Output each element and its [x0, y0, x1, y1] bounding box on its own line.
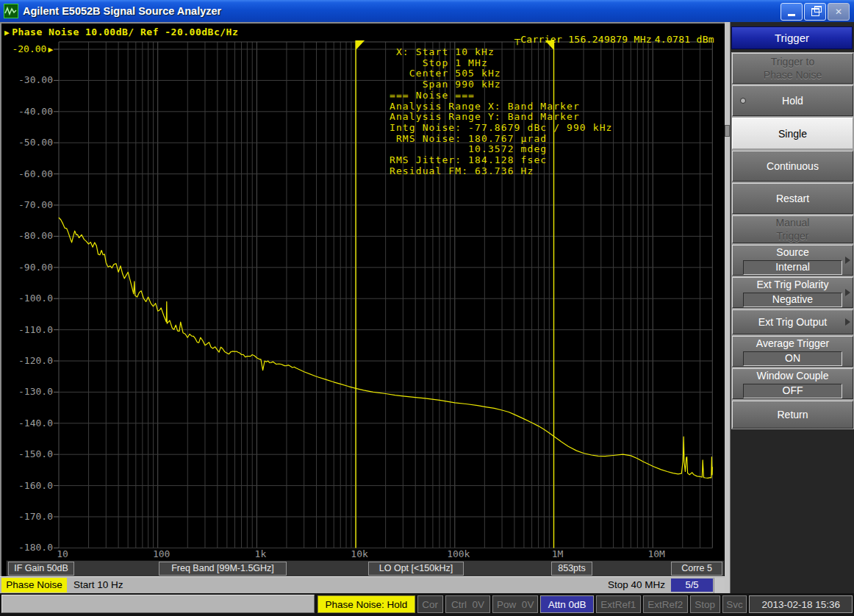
- softkey-return[interactable]: Return: [732, 401, 853, 429]
- y-axis-label: -30.00: [4, 74, 53, 85]
- y-axis-label: -70.00: [4, 199, 53, 210]
- active-trace-chip[interactable]: Phase Noise: [1, 578, 67, 592]
- y-axis-label: -110.0: [4, 324, 53, 335]
- y-axis-label: -20.00▶: [4, 43, 53, 54]
- source-value: Internal: [743, 260, 843, 275]
- datetime-readout: 2013-02-18 15:36: [749, 595, 853, 613]
- phase-noise-plot[interactable]: [0, 22, 725, 559]
- ext-trig-polarity-value: Negative: [743, 293, 843, 307]
- softkey-single[interactable]: Single: [732, 118, 853, 149]
- status-message-area: [1, 595, 315, 613]
- page-indicator: 5/5: [671, 579, 713, 592]
- measurement-state-badge: Phase Noise: Hold: [317, 595, 415, 613]
- correction-badge: Cor: [417, 595, 443, 613]
- softkey-manual-trigger: ManualTrigger: [732, 215, 853, 243]
- correlation-indicator: Corre 5: [671, 562, 722, 576]
- x-axis-label: 100: [140, 548, 184, 559]
- app-icon: [4, 4, 18, 18]
- window-couple-value: OFF: [743, 384, 843, 398]
- y-axis-label: -90.00: [4, 262, 53, 273]
- y-axis-label: -50.00: [4, 137, 53, 148]
- carrier-frequency-readout: ┬Carrier 156.249879 MHz: [514, 34, 652, 45]
- stop-badge: Stop: [690, 595, 720, 613]
- trace-title: ▶Phase Noise 10.00dB/ Ref -20.00dBc/Hz: [4, 26, 238, 37]
- freq-band-indicator: Freq Band [99M-1.5GHz]: [159, 562, 287, 576]
- x-axis-label: 10M: [634, 548, 678, 559]
- attenuator-badge: Attn 0dB: [540, 595, 594, 613]
- y-axis-label: -140.0: [4, 418, 53, 429]
- y-axis-label: -160.0: [4, 480, 53, 491]
- title-bar: Agilent E5052B Signal Source Analyzer ✕: [0, 0, 854, 23]
- trace-status-bar: Phase Noise Start 10 Hz Stop 40 MHz 5/5: [0, 576, 725, 594]
- x-axis-label: 1k: [238, 548, 282, 559]
- average-trigger-value: ON: [743, 351, 843, 366]
- menu-title: Trigger: [731, 26, 853, 49]
- y-axis-label: -60.00: [4, 168, 53, 179]
- points-indicator: 853pts: [551, 562, 592, 576]
- x-axis-label: 10k: [337, 548, 381, 559]
- softkey-hold[interactable]: Hold: [732, 85, 853, 116]
- x-axis-label: 100k: [437, 548, 481, 559]
- x-axis-label: 1M: [536, 548, 580, 559]
- y-axis-label: -120.0: [4, 355, 53, 366]
- submenu-arrow-icon: [845, 318, 850, 326]
- ext-ref2-badge: ExtRef2: [643, 595, 688, 613]
- instrument-status-bar: Phase Noise: Hold Cor Ctrl 0V Pow 0V Att…: [0, 593, 854, 616]
- y-axis-label: -80.00: [4, 230, 53, 241]
- lo-opt-indicator: LO Opt [<150kHz]: [368, 562, 464, 576]
- status-row-spacer: [714, 578, 725, 593]
- ext-ref1-badge: ExtRef1: [596, 595, 641, 613]
- restore-button[interactable]: [804, 3, 826, 21]
- ref-level-marker-icon: ▶: [48, 45, 53, 54]
- y-axis-label: -150.0: [4, 448, 53, 459]
- softkey-average-trigger[interactable]: Average Trigger ON: [732, 336, 853, 367]
- y-axis-label: -40.00: [4, 106, 53, 117]
- softkey-menu: Trigger Trigger toPhase Noise Hold Singl…: [725, 22, 854, 593]
- noise-analysis-readout: X: Start 10 kHz Stop 1 MHz Center 505 kH…: [390, 47, 613, 176]
- softkey-continuous[interactable]: Continuous: [732, 151, 853, 182]
- app-window: Agilent E5052B Signal Source Analyzer ✕ …: [0, 0, 854, 616]
- if-gain-indicator: IF Gain 50dB: [8, 562, 74, 576]
- x-axis-label: 10: [40, 548, 85, 559]
- menu-scrollbar-handle[interactable]: [725, 125, 730, 137]
- close-button[interactable]: ✕: [828, 3, 850, 21]
- service-badge: Svc: [722, 595, 747, 613]
- measurement-screen: ▶Phase Noise 10.00dB/ Ref -20.00dBc/Hz ┬…: [0, 22, 725, 559]
- screen-left-edge: [0, 22, 1, 593]
- softkey-trigger-to-phase-noise: Trigger toPhase Noise: [732, 53, 853, 84]
- submenu-arrow-icon: [845, 257, 850, 264]
- y-axis-label: -170.0: [4, 511, 53, 522]
- trace-marker-icon: ▶: [4, 28, 10, 37]
- control-voltage-badge: Ctrl 0V: [445, 595, 491, 613]
- softkey-source[interactable]: Source Internal: [732, 245, 853, 276]
- hold-state-led: [740, 98, 746, 104]
- window-title: Agilent E5052B Signal Source Analyzer: [23, 5, 221, 17]
- power-voltage-badge: Pow 0V: [492, 595, 538, 613]
- minimize-button[interactable]: [781, 3, 803, 21]
- y-axis-label: -100.0: [4, 293, 53, 304]
- sweep-stop-readout: Stop 40 MHz: [608, 579, 665, 590]
- submenu-arrow-icon: [845, 289, 850, 296]
- softkey-window-couple[interactable]: Window Couple OFF: [732, 368, 853, 399]
- carrier-power-readout: 4.0781 dBm: [655, 34, 714, 45]
- screen-top-edge: [0, 22, 725, 24]
- measurement-info-bar: IF Gain 50dB Freq Band [99M-1.5GHz] LO O…: [6, 560, 725, 577]
- softkey-restart[interactable]: Restart: [732, 183, 853, 214]
- softkey-ext-trig-polarity[interactable]: Ext Trig Polarity Negative: [732, 277, 853, 308]
- menu-scrollbar[interactable]: [725, 22, 731, 593]
- y-axis-label: -130.0: [4, 386, 53, 397]
- sweep-start-readout: Start 10 Hz: [73, 579, 123, 590]
- softkey-ext-trig-output[interactable]: Ext Trig Output: [732, 309, 853, 334]
